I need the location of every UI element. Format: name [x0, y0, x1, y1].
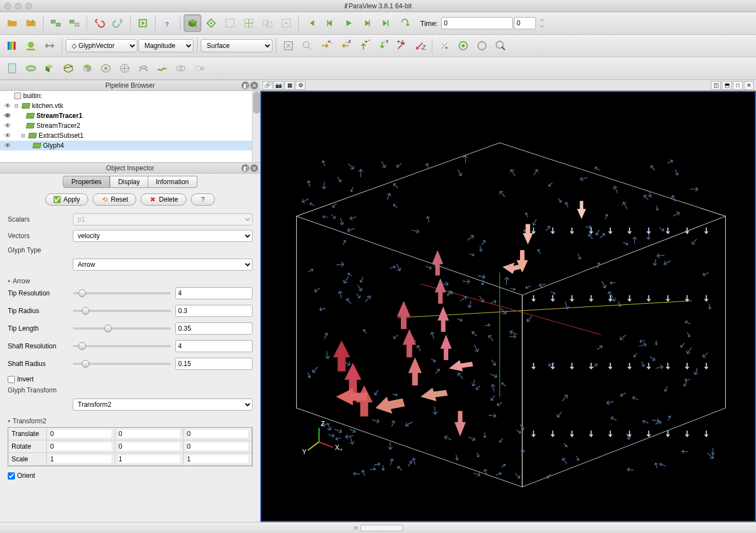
view-screenshot-icon[interactable]: 📷: [274, 81, 283, 90]
arrow-section-header[interactable]: Arrow: [8, 275, 253, 287]
undo-icon[interactable]: [90, 14, 108, 32]
calculator-icon[interactable]: [3, 60, 21, 77]
open-file-icon[interactable]: [3, 14, 21, 32]
reset-camera-icon[interactable]: [280, 37, 297, 55]
split-h-icon[interactable]: ◫: [711, 81, 721, 90]
extract-group-icon[interactable]: [191, 60, 208, 77]
minus-z-icon[interactable]: -Z: [411, 37, 428, 55]
tab-display[interactable]: Display: [110, 176, 148, 188]
shaft-resolution-slider[interactable]: [73, 345, 171, 347]
tip-length-slider[interactable]: [73, 327, 171, 330]
group-icon[interactable]: [172, 60, 190, 77]
shaft-resolution-input[interactable]: [175, 340, 253, 352]
clip-icon[interactable]: [41, 60, 58, 77]
color-editor-icon[interactable]: [3, 37, 21, 55]
delete-button[interactable]: ✖Delete: [141, 193, 186, 206]
view-link-icon[interactable]: 🔗: [262, 81, 272, 90]
center-axes-icon[interactable]: [454, 37, 472, 55]
pipeline-item[interactable]: 👁 Glyph4: [0, 141, 260, 150]
eye-icon[interactable]: 👁: [3, 112, 12, 120]
generate-icon[interactable]: [134, 14, 152, 32]
invert-checkbox[interactable]: [8, 376, 15, 383]
split-v-icon[interactable]: ⬒: [722, 81, 732, 90]
warp-icon[interactable]: [153, 60, 171, 77]
threshold-icon[interactable]: [78, 60, 96, 77]
select-block-icon[interactable]: [259, 14, 276, 32]
scale-y-input[interactable]: [119, 455, 180, 463]
plus-x-icon[interactable]: +X: [317, 37, 335, 55]
tip-radius-input[interactable]: [175, 305, 253, 317]
scrollbar[interactable]: [252, 91, 260, 162]
eye-icon[interactable]: 👁: [3, 102, 12, 110]
scalars-select[interactable]: p1: [73, 213, 253, 225]
tab-information[interactable]: Information: [148, 176, 197, 188]
select-cells-through-icon[interactable]: [221, 14, 239, 32]
eye-icon[interactable]: 👁: [3, 142, 12, 149]
reset-button[interactable]: ⟲Reset: [93, 193, 136, 206]
rotate-90-icon[interactable]: [436, 37, 453, 55]
transform2-section-header[interactable]: Transform2: [8, 415, 253, 427]
view-grid-icon[interactable]: ▦: [285, 81, 294, 90]
pick-center-icon[interactable]: [492, 37, 510, 55]
tip-resolution-input[interactable]: [175, 287, 253, 299]
translate-y-input[interactable]: [119, 430, 180, 438]
pipeline-browser[interactable]: builtin: 👁 ⊟ kitchen.vtk 👁 StreamTracer1…: [0, 91, 260, 163]
maximize-icon[interactable]: □: [733, 81, 743, 90]
slice-icon[interactable]: [60, 60, 77, 77]
panel-close-icon[interactable]: ✕: [250, 164, 258, 172]
redo-icon[interactable]: [109, 14, 127, 32]
tip-resolution-slider[interactable]: [73, 292, 171, 294]
rescale-icon[interactable]: [22, 37, 40, 55]
time-stepper-icon[interactable]: [537, 14, 547, 32]
disconnect-icon[interactable]: [66, 14, 83, 32]
zoom-to-data-icon[interactable]: [298, 37, 316, 55]
representation-select[interactable]: Surface: [201, 39, 272, 52]
cancel-progress-icon[interactable]: ✕: [353, 524, 358, 532]
eye-icon[interactable]: 👁: [3, 122, 12, 130]
coloring-mode-select[interactable]: Magnitude: [138, 39, 194, 52]
apply-button[interactable]: ✅Apply: [45, 193, 88, 206]
connect-icon[interactable]: [47, 14, 65, 32]
plus-y-icon[interactable]: +Y: [355, 37, 372, 55]
pipeline-item[interactable]: 👁 StreamTracer2: [0, 121, 260, 131]
pipeline-item[interactable]: 👁 ⊟ kitchen.vtk: [0, 101, 260, 111]
next-frame-icon[interactable]: [358, 14, 376, 32]
minus-x-icon[interactable]: -X: [336, 37, 353, 55]
help-icon[interactable]: ?: [159, 14, 176, 32]
tip-length-input[interactable]: [175, 322, 253, 335]
eye-icon[interactable]: 👁: [3, 132, 12, 139]
extract-subset-icon[interactable]: [97, 60, 115, 77]
minus-y-icon[interactable]: -Y: [373, 37, 391, 55]
first-frame-icon[interactable]: [302, 14, 320, 32]
time-index-input[interactable]: [514, 17, 536, 29]
help-button[interactable]: ?: [191, 193, 215, 206]
pipeline-root[interactable]: builtin:: [0, 91, 260, 101]
panel-detach-icon[interactable]: ◧: [242, 82, 249, 89]
play-icon[interactable]: [340, 14, 357, 32]
view-settings-icon[interactable]: ⚙: [296, 81, 305, 90]
tab-properties[interactable]: Properties: [63, 176, 110, 188]
shaft-radius-slider[interactable]: [73, 363, 171, 365]
rotate-x-input[interactable]: [50, 443, 111, 450]
select-points-through-icon[interactable]: [240, 14, 258, 32]
translate-z-input[interactable]: [187, 430, 248, 438]
glyph-icon[interactable]: [116, 60, 133, 77]
orient-checkbox[interactable]: [8, 472, 15, 480]
pipeline-item[interactable]: 👁 StreamTracer1: [0, 111, 260, 121]
glyph-type-select[interactable]: Arrow: [73, 259, 253, 271]
plus-z-icon[interactable]: +Z: [392, 37, 410, 55]
vectors-select[interactable]: velocity: [73, 230, 253, 242]
shaft-radius-input[interactable]: [175, 358, 253, 370]
save-file-icon[interactable]: [22, 14, 40, 32]
reset-center-icon[interactable]: [473, 37, 491, 55]
rotate-y-input[interactable]: [119, 443, 180, 450]
clear-selection-icon[interactable]: [277, 14, 295, 32]
autoscale-icon[interactable]: [41, 37, 58, 55]
glyph-transform-select[interactable]: Transform2: [73, 399, 253, 411]
rotate-z-input[interactable]: [187, 443, 248, 450]
coloring-field-select[interactable]: ◇ GlyphVector: [66, 39, 137, 52]
panel-detach-icon[interactable]: ◧: [242, 164, 249, 172]
panel-close-icon[interactable]: ✕: [250, 82, 258, 89]
time-value-input[interactable]: [441, 17, 513, 29]
pipeline-item[interactable]: 👁 ⊟ ExtractSubset1: [0, 131, 260, 141]
